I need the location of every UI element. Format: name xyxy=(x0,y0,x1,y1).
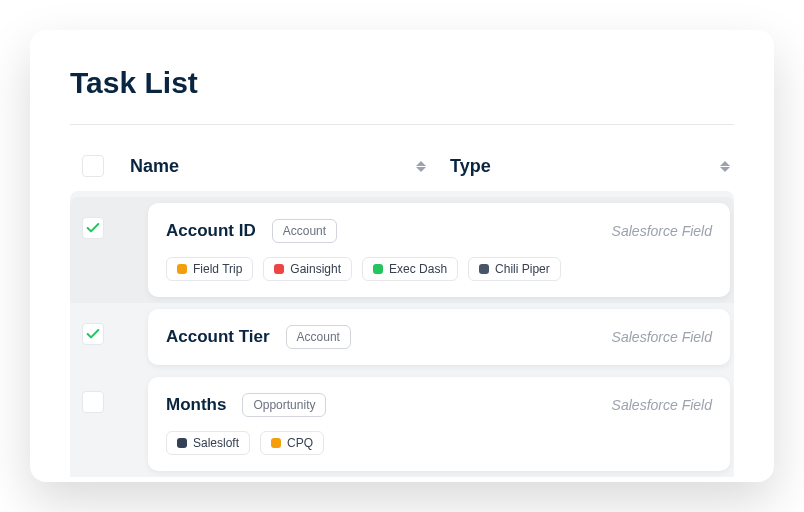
sort-icon[interactable] xyxy=(416,161,426,172)
task-card: MonthsOpportunitySalesforce FieldSaleslo… xyxy=(148,377,730,471)
task-name: Months xyxy=(166,395,226,415)
task-name: Account ID xyxy=(166,221,256,241)
tag-label: Gainsight xyxy=(290,262,341,276)
category-pill: Account xyxy=(286,325,351,349)
tag-pill: Chili Piper xyxy=(468,257,561,281)
tag-dot-icon xyxy=(479,264,489,274)
page-title: Task List xyxy=(70,66,734,100)
tag-row: SalesloftCPQ xyxy=(166,431,712,455)
tag-pill: CPQ xyxy=(260,431,324,455)
select-all-checkbox[interactable] xyxy=(82,155,104,177)
tag-pill: Field Trip xyxy=(166,257,253,281)
type-label: Salesforce Field xyxy=(612,329,712,345)
column-type-label: Type xyxy=(450,156,491,177)
tag-pill: Exec Dash xyxy=(362,257,458,281)
column-name-label: Name xyxy=(130,156,179,177)
tag-dot-icon xyxy=(274,264,284,274)
row-checkbox[interactable] xyxy=(82,391,104,413)
category-pill: Account xyxy=(272,219,337,243)
task-rows: Account IDAccountSalesforce FieldField T… xyxy=(70,191,734,477)
category-pill: Opportunity xyxy=(242,393,326,417)
tag-label: CPQ xyxy=(287,436,313,450)
tag-label: Salesloft xyxy=(193,436,239,450)
tag-pill: Gainsight xyxy=(263,257,352,281)
sort-icon[interactable] xyxy=(720,161,730,172)
task-name: Account Tier xyxy=(166,327,270,347)
tag-dot-icon xyxy=(373,264,383,274)
task-list-card: Task List Name Type Account IDAccountSal… xyxy=(30,30,774,482)
type-label: Salesforce Field xyxy=(612,397,712,413)
table-header: Name Type xyxy=(70,155,734,191)
check-icon xyxy=(85,326,101,342)
tag-label: Chili Piper xyxy=(495,262,550,276)
tag-label: Field Trip xyxy=(193,262,242,276)
tag-pill: Salesloft xyxy=(166,431,250,455)
tag-dot-icon xyxy=(271,438,281,448)
tag-dot-icon xyxy=(177,438,187,448)
task-card: Account IDAccountSalesforce FieldField T… xyxy=(148,203,730,297)
table-row[interactable]: MonthsOpportunitySalesforce FieldSaleslo… xyxy=(70,371,734,477)
row-checkbox[interactable] xyxy=(82,217,104,239)
table-row[interactable]: Account TierAccountSalesforce Field xyxy=(70,303,734,371)
tag-label: Exec Dash xyxy=(389,262,447,276)
check-icon xyxy=(85,220,101,236)
divider xyxy=(70,124,734,125)
tag-row: Field TripGainsightExec DashChili Piper xyxy=(166,257,712,281)
type-label: Salesforce Field xyxy=(612,223,712,239)
tag-dot-icon xyxy=(177,264,187,274)
task-card: Account TierAccountSalesforce Field xyxy=(148,309,730,365)
row-checkbox[interactable] xyxy=(82,323,104,345)
table-row[interactable]: Account IDAccountSalesforce FieldField T… xyxy=(70,197,734,303)
